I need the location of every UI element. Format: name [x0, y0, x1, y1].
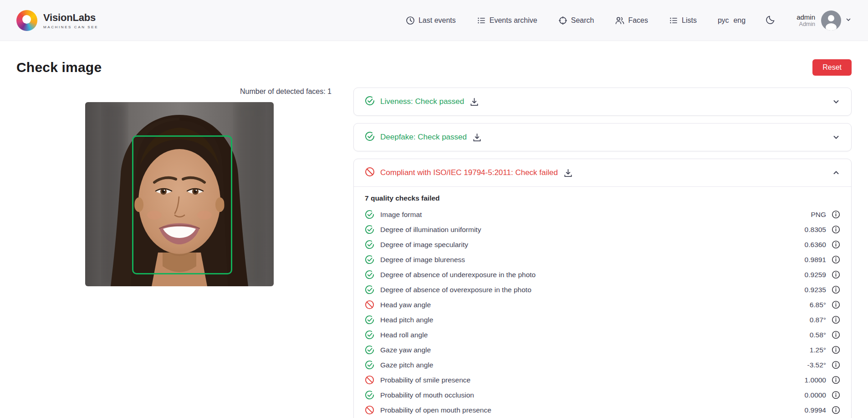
check-row: Degree of absence of underexposure in th… [365, 267, 840, 282]
content-row: Number of detected faces: 1 [16, 88, 852, 418]
check-circle-icon [365, 330, 374, 340]
check-label: Head roll angle [380, 331, 428, 339]
info-icon[interactable] [832, 346, 840, 354]
download-icon[interactable] [470, 97, 479, 107]
info-icon[interactable] [832, 391, 840, 399]
check-value: 1.0000 [805, 376, 826, 384]
check-label: Head yaw angle [380, 301, 431, 309]
deepfake-panel-header[interactable]: Deepfake: Check passed [354, 124, 851, 151]
check-row: Degree of image blureness 0.9891 [365, 252, 840, 267]
check-value: 0.58° [810, 331, 826, 339]
clock-icon [406, 16, 415, 25]
check-row: Degree of image specularity 0.6360 [365, 237, 840, 252]
info-icon[interactable] [832, 376, 840, 384]
no-entry-icon [365, 167, 375, 179]
moon-icon [766, 15, 776, 26]
chevron-down-icon[interactable] [832, 98, 840, 106]
nav-item-label: Events archive [490, 16, 537, 25]
nav-item-faces[interactable]: Faces [615, 16, 648, 25]
liveness-panel-header[interactable]: Liveness: Check passed [354, 88, 851, 115]
nav-menu: Last events Events archive Search [406, 16, 697, 25]
brand-name: VisionLabs [43, 12, 98, 24]
check-circle-icon [365, 270, 374, 279]
nav-item-events-archive[interactable]: Events archive [477, 16, 537, 25]
check-row: Probability of open mouth presence 0.999… [365, 403, 840, 418]
page-title: Check image [16, 60, 102, 75]
check-label: Probability of open mouth presence [380, 406, 491, 414]
list-icon [669, 16, 678, 25]
chevron-up-icon[interactable] [832, 169, 840, 177]
nav-item-label: Faces [628, 16, 648, 25]
check-label: Degree of absence of underexposure in th… [380, 271, 536, 279]
reset-button[interactable]: Reset [812, 59, 852, 76]
check-value: 0.9259 [805, 271, 826, 279]
info-icon[interactable] [832, 255, 840, 264]
user-role: Admin [797, 21, 815, 27]
nav-item-label: Lists [682, 16, 697, 25]
user-menu-chevron[interactable] [845, 16, 852, 25]
info-icon[interactable] [832, 225, 840, 234]
download-icon[interactable] [472, 133, 482, 142]
quality-checks-summary: 7 quality checks failed [365, 194, 840, 202]
info-icon[interactable] [832, 210, 840, 219]
info-icon[interactable] [832, 300, 840, 309]
check-label: Degree of illumination uniformity [380, 226, 481, 234]
iso-compliance-panel: Compliant with ISO/IEC 19794-5:2011: Che… [353, 159, 852, 418]
iso-panel-title: Compliant with ISO/IEC 19794-5:2011: Che… [380, 168, 558, 177]
check-row: Head pitch angle 0.87° [365, 312, 840, 327]
app-viewport: VisionLabs MACHINES CAN SEE Last events … [0, 0, 868, 418]
info-icon[interactable] [832, 270, 840, 279]
check-label: Head pitch angle [380, 316, 433, 324]
face-bounding-box [132, 135, 232, 274]
check-circle-icon [365, 96, 375, 108]
iso-panel-header[interactable]: Compliant with ISO/IEC 19794-5:2011: Che… [354, 159, 851, 186]
check-value: 0.6360 [805, 241, 826, 249]
no-entry-icon [365, 405, 374, 415]
check-row: Degree of illumination uniformity 0.8305 [365, 222, 840, 237]
liveness-panel: Liveness: Check passed [353, 88, 852, 116]
check-label: Image format [380, 211, 422, 219]
check-circle-icon [365, 285, 374, 294]
info-icon[interactable] [832, 406, 840, 414]
info-icon[interactable] [832, 330, 840, 339]
info-icon[interactable] [832, 285, 840, 294]
info-icon[interactable] [832, 315, 840, 324]
dark-mode-toggle[interactable] [766, 15, 776, 26]
chevron-down-icon[interactable] [832, 133, 840, 141]
nav-item-last-events[interactable]: Last events [406, 16, 456, 25]
image-preview-pane: Number of detected faces: 1 [16, 88, 353, 286]
check-label: Gaze yaw angle [380, 346, 431, 354]
brand-text: VisionLabs MACHINES CAN SEE [43, 12, 98, 29]
detected-faces-count: Number of detected faces: 1 [16, 88, 353, 96]
check-circle-icon [365, 390, 374, 400]
user-name: admin [797, 13, 815, 21]
language-toggle: рус eng [718, 16, 745, 25]
check-row: Probability of mouth occlusion 0.0000 [365, 387, 840, 403]
nav-item-label: Last events [419, 16, 456, 25]
lang-rus-button[interactable]: рус [718, 16, 729, 25]
check-circle-icon [365, 240, 374, 249]
checked-photo [85, 102, 274, 286]
check-value: 0.87° [810, 316, 826, 324]
info-icon[interactable] [832, 361, 840, 369]
nav-item-lists[interactable]: Lists [669, 16, 697, 25]
check-circle-icon [365, 255, 374, 264]
brand-logo[interactable]: VisionLabs MACHINES CAN SEE [16, 10, 98, 31]
check-row: Gaze yaw angle 1.25° [365, 342, 840, 357]
quality-checks-list: Image format PNG [365, 207, 840, 418]
main-content: Check image Reset Number of detected fac… [0, 41, 868, 418]
check-value: 0.9994 [805, 406, 826, 414]
check-circle-icon [365, 210, 374, 219]
check-circle-icon [365, 225, 374, 234]
visionlabs-logo-icon [16, 10, 37, 31]
target-icon [558, 16, 567, 25]
nav-item-search[interactable]: Search [558, 16, 594, 25]
check-value: 6.85° [810, 301, 826, 309]
check-value: 1.25° [810, 346, 826, 354]
brand-tagline: MACHINES CAN SEE [43, 25, 98, 29]
info-icon[interactable] [832, 240, 840, 249]
people-icon [615, 16, 624, 25]
lang-eng-button[interactable]: eng [733, 16, 745, 25]
avatar[interactable] [821, 10, 841, 31]
download-icon[interactable] [563, 168, 573, 178]
